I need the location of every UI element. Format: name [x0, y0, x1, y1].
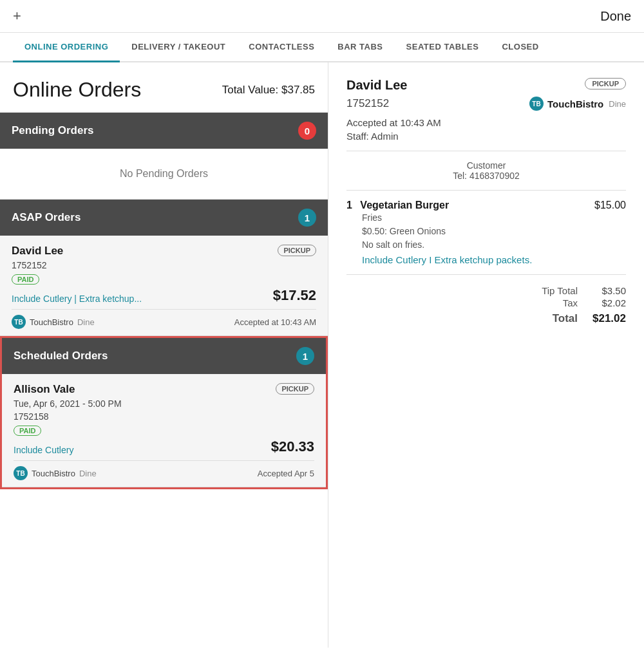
order-type-badge: PICKUP: [276, 383, 314, 395]
tb-dine: Dine: [79, 469, 97, 478]
tab-closed[interactable]: CLOSED: [490, 33, 550, 62]
order-customer-name: Allison Vale: [14, 383, 75, 396]
receipt-id-row: 1752152 TB TouchBistro Dine: [346, 97, 626, 111]
tab-seated-tables[interactable]: SEATED TABLES: [395, 33, 491, 62]
asap-orders-header: ASAP Orders 1: [0, 200, 328, 236]
done-button[interactable]: Done: [600, 9, 631, 24]
paid-badge: PAID: [12, 274, 39, 285]
pending-orders-badge: 0: [298, 122, 316, 140]
order-id: 1752152: [12, 260, 316, 270]
total-row: Total $21.02: [346, 312, 626, 325]
receipt-tb-name: TouchBistro: [547, 98, 603, 109]
tb-name: TouchBistro: [30, 317, 73, 327]
receipt-tb-icon: TB: [529, 97, 544, 111]
top-bar: + Done: [0, 0, 644, 33]
order-type-badge: PICKUP: [278, 245, 316, 256]
paid-badge: PAID: [14, 426, 41, 436]
tax-row: Tax $2.02: [346, 297, 626, 308]
order-date: Tue, Apr 6, 2021 - 5:00 PM: [14, 398, 314, 409]
customer-section: Customer Tel: 4168370902: [346, 160, 626, 181]
tip-label: Tip Total: [542, 285, 578, 296]
add-button[interactable]: +: [13, 8, 21, 24]
receipt-accepted: Accepted at 10:43 AM: [346, 117, 626, 128]
page-header: Online Orders Total Value: $37.85: [0, 62, 328, 113]
scheduled-order-allison-vale[interactable]: Allison Vale PICKUP Tue, Apr 6, 2021 - 5…: [2, 374, 326, 487]
scheduled-orders-title: Scheduled Orders: [14, 350, 108, 362]
receipt-customer-name: David Lee: [346, 78, 407, 93]
accepted-time: Accepted Apr 5: [258, 469, 314, 478]
main-content: Online Orders Total Value: $37.85 Pendin…: [0, 62, 644, 648]
right-panel: David Lee PICKUP 1752152 TB TouchBistro …: [328, 62, 644, 648]
order-item-details: Fries $0.50: Green Onions No salt on fri…: [362, 211, 626, 252]
tb-icon: TB: [12, 315, 26, 329]
tab-bar-tabs[interactable]: BAR TABS: [326, 33, 394, 62]
pending-orders-section: Pending Orders 0 No Pending Orders: [0, 113, 328, 200]
orders-list: Pending Orders 0 No Pending Orders ASAP …: [0, 113, 328, 648]
left-panel: Online Orders Total Value: $37.85 Pendin…: [0, 62, 328, 648]
receipt-staff: Staff: Admin: [346, 131, 626, 142]
asap-orders-title: ASAP Orders: [12, 211, 80, 224]
scheduled-orders-section: Scheduled Orders 1 Allison Vale PICKUP T…: [0, 336, 328, 489]
receipt-divider-1: [346, 151, 626, 151]
order-id: 1752158: [14, 411, 314, 422]
order-item: 1 Vegetarian Burger $15.00 Fries $0.50: …: [346, 200, 626, 265]
order-item-qty: 1: [346, 200, 352, 211]
tip-row: Tip Total $3.50: [346, 285, 626, 296]
scheduled-orders-badge: 1: [296, 347, 314, 365]
total-value: Total Value: $37.85: [222, 84, 315, 97]
tax-value: $2.02: [591, 297, 626, 308]
tb-icon: TB: [14, 466, 28, 480]
accepted-time: Accepted at 10:43 AM: [234, 317, 316, 327]
tb-name: TouchBistro: [32, 469, 75, 478]
total-value: $21.02: [591, 312, 626, 325]
asap-order-david-lee[interactable]: David Lee PICKUP 1752152 PAID Include Cu…: [0, 236, 328, 336]
scheduled-orders-header: Scheduled Orders 1: [2, 338, 326, 374]
total-label: Total: [553, 312, 578, 325]
tb-dine: Dine: [77, 317, 95, 327]
tax-label: Tax: [563, 297, 578, 308]
receipt-divider-3: [346, 274, 626, 275]
tip-value: $3.50: [591, 285, 626, 296]
order-amount: $17.52: [273, 287, 316, 304]
order-item-name: Vegetarian Burger: [360, 200, 449, 211]
customer-label: Customer: [346, 160, 626, 171]
tab-contactless[interactable]: CONTACTLESS: [237, 33, 326, 62]
asap-orders-badge: 1: [298, 209, 316, 227]
order-customer-name: David Lee: [12, 245, 63, 258]
receipt-order-type: PICKUP: [585, 78, 626, 89]
order-notes: Include Cutlery: [14, 445, 73, 455]
receipt-divider-2: [346, 190, 626, 191]
order-item-price: $15.00: [594, 200, 626, 211]
totals-section: Tip Total $3.50 Tax $2.02 Total $21.02: [346, 285, 626, 325]
tab-online-ordering[interactable]: ONLINE ORDERING: [13, 33, 120, 62]
customer-tel: Tel: 4168370902: [346, 171, 626, 181]
pending-orders-header: Pending Orders 0: [0, 113, 328, 149]
no-pending-orders-message: No Pending Orders: [0, 149, 328, 200]
receipt-id: 1752152: [346, 97, 389, 110]
pending-orders-title: Pending Orders: [12, 124, 94, 137]
nav-tabs: ONLINE ORDERING DELIVERY / TAKEOUT CONTA…: [0, 33, 644, 62]
receipt-tb-logo: TB TouchBistro Dine: [529, 97, 626, 111]
receipt-tb-dine: Dine: [609, 99, 626, 109]
receipt-header: David Lee PICKUP: [346, 78, 626, 93]
asap-orders-section: ASAP Orders 1 David Lee PICKUP 1752152 P…: [0, 200, 328, 336]
touchbistro-logo: TB TouchBistro Dine: [14, 466, 97, 480]
order-item-notes: Include Cutlery I Extra ketchup packets.: [362, 254, 626, 265]
touchbistro-logo: TB TouchBistro Dine: [12, 315, 95, 329]
page-title: Online Orders: [13, 78, 141, 102]
order-notes: Include Cutlery | Extra ketchup...: [12, 294, 142, 304]
tab-delivery-takeout[interactable]: DELIVERY / TAKEOUT: [120, 33, 237, 62]
order-amount: $20.33: [271, 438, 314, 455]
